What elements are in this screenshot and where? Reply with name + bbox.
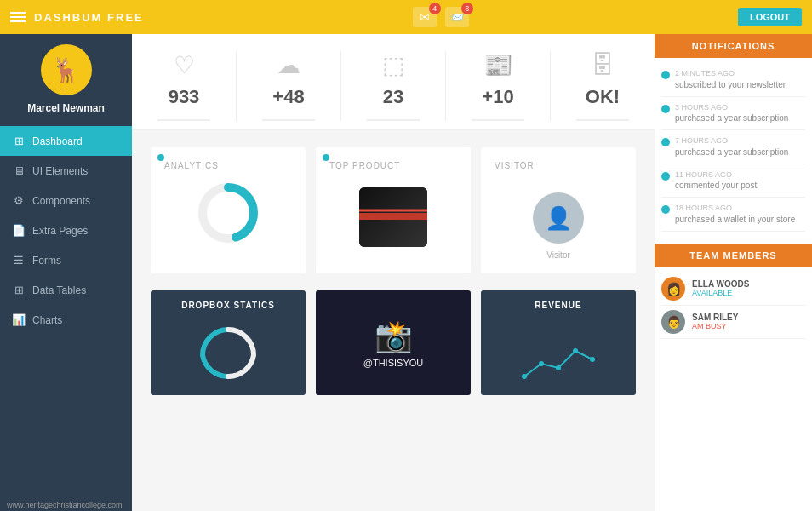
stat-divider bbox=[157, 119, 209, 121]
sidebar-item-charts[interactable]: 📊 Charts bbox=[0, 305, 132, 335]
widget-instagram: 📸 @THISISYOU bbox=[316, 290, 471, 395]
envelope-icon-wrap[interactable]: 📨 3 bbox=[445, 7, 469, 27]
team-info: ELLA WOODS AVAILABLE bbox=[692, 279, 805, 297]
notifications-list: 2 MINUTES AGO subscribed to your newslet… bbox=[655, 58, 812, 237]
widget-analytics: ANALYTICS bbox=[151, 147, 306, 273]
mail-badge: 4 bbox=[429, 3, 441, 14]
notif-text: 2 MINUTES AGO subscribed to your newslet… bbox=[675, 68, 786, 91]
notif-item: 7 HOURS AGO purchased a year subscriptio… bbox=[661, 130, 805, 164]
topbar-icons: ✉ 4 📨 3 bbox=[413, 7, 469, 27]
stat-likes-value: 933 bbox=[169, 86, 200, 108]
svg-point-3 bbox=[539, 361, 544, 366]
stat-divider bbox=[367, 119, 419, 121]
team-info: SAM RILEY AM BUSY bbox=[692, 313, 805, 330]
wallet-image bbox=[359, 187, 427, 247]
nav-list: ⊞ Dashboard 🖥 UI Elements ⚙ Components 📄… bbox=[0, 126, 132, 335]
notif-dot bbox=[661, 205, 670, 214]
logout-button[interactable]: LOGOUT bbox=[738, 8, 802, 26]
stat-inbox-value: 23 bbox=[383, 86, 403, 108]
widget-analytics-label: ANALYTICS bbox=[164, 161, 219, 170]
right-panel: NOTIFICATIONS 2 MINUTES AGO subscribed t… bbox=[655, 34, 812, 511]
notifications-header: NOTIFICATIONS bbox=[655, 34, 812, 58]
team-avatar: 👨 bbox=[661, 310, 685, 334]
main-layout: 🦌 Marcel Newman ⊞ Dashboard 🖥 UI Element… bbox=[0, 34, 812, 511]
analytics-dot bbox=[157, 154, 164, 161]
team-item: 👨 SAM RILEY AM BUSY bbox=[661, 306, 805, 339]
main-content: ♡ 933 ☁ +48 ⬚ 23 📰 +10 🗄 OK! bbox=[132, 34, 655, 511]
stat-likes: ♡ 933 bbox=[132, 51, 237, 121]
wallet-stripe-bright bbox=[359, 209, 427, 211]
instagram-handle: @THISISYOU bbox=[363, 358, 423, 368]
team-member-status: AVAILABLE bbox=[692, 289, 805, 297]
stat-news-value: +10 bbox=[482, 86, 513, 108]
sidebar-item-label: UI Elements bbox=[32, 165, 88, 177]
team-avatar: 👩 bbox=[661, 277, 685, 301]
notif-text: 11 HOURS AGO commented your post bbox=[675, 169, 757, 192]
dropbox-chart bbox=[161, 317, 295, 385]
instagram-icon: 📸 bbox=[375, 319, 413, 354]
team-member-status: AM BUSY bbox=[692, 322, 805, 330]
sidebar: 🦌 Marcel Newman ⊞ Dashboard 🖥 UI Element… bbox=[0, 34, 132, 511]
notif-dot bbox=[661, 138, 670, 146]
notif-item: 2 MINUTES AGO subscribed to your newslet… bbox=[661, 63, 805, 97]
notif-dot bbox=[661, 71, 670, 79]
pages-icon: 📄 bbox=[12, 224, 26, 237]
topbar: DASHBUM FREE ✉ 4 📨 3 LOGOUT bbox=[0, 0, 812, 34]
user-name: Marcel Newman bbox=[27, 102, 105, 114]
stat-divider bbox=[576, 119, 628, 121]
notif-item: 11 HOURS AGO commented your post bbox=[661, 164, 805, 198]
inbox-icon: ⬚ bbox=[382, 51, 404, 79]
sidebar-item-ui-elements[interactable]: 🖥 UI Elements bbox=[0, 156, 132, 186]
charts-icon: 📊 bbox=[12, 313, 26, 326]
notif-item: 3 HOURS AGO purchased a year subscriptio… bbox=[661, 97, 805, 131]
stats-row: ♡ 933 ☁ +48 ⬚ 23 📰 +10 🗄 OK! bbox=[132, 34, 655, 130]
stat-divider bbox=[472, 119, 523, 121]
sidebar-item-label: Charts bbox=[32, 314, 62, 326]
monitor-icon: 🖥 bbox=[12, 164, 26, 177]
sidebar-item-components[interactable]: ⚙ Components bbox=[0, 186, 132, 215]
dashboard-icon: ⊞ bbox=[12, 135, 26, 147]
notif-item: 18 HOURS AGO purchased a wallet in your … bbox=[661, 198, 805, 232]
sidebar-item-label: Extra Pages bbox=[32, 225, 88, 237]
forms-icon: ☰ bbox=[12, 254, 26, 267]
table-icon: ⊞ bbox=[12, 284, 26, 296]
dropbox-title: DROPBOX STATICS bbox=[161, 301, 295, 310]
notif-text: 3 HOURS AGO purchased a year subscriptio… bbox=[675, 102, 788, 125]
svg-point-4 bbox=[556, 365, 561, 370]
envelope-badge: 3 bbox=[461, 3, 473, 14]
mail-icon-wrap[interactable]: ✉ 4 bbox=[413, 7, 437, 27]
product-dot bbox=[323, 154, 329, 161]
sidebar-item-data-tables[interactable]: ⊞ Data Tables bbox=[0, 275, 132, 305]
sidebar-item-dashboard[interactable]: ⊞ Dashboard bbox=[0, 126, 132, 156]
donut-chart bbox=[194, 179, 262, 247]
deer-icon: 🦌 bbox=[51, 56, 81, 84]
topbar-right: LOGOUT bbox=[738, 8, 802, 26]
notif-dot bbox=[661, 172, 670, 181]
sidebar-item-forms[interactable]: ☰ Forms bbox=[0, 245, 132, 275]
sidebar-item-label: Dashboard bbox=[32, 135, 83, 147]
svg-point-6 bbox=[590, 357, 595, 362]
stat-news: 📰 +10 bbox=[446, 51, 551, 121]
visitor-label-text: Visitor bbox=[546, 250, 570, 260]
topbar-left: DASHBUM FREE bbox=[10, 11, 144, 24]
database-icon: 🗄 bbox=[591, 51, 615, 79]
components-icon: ⚙ bbox=[12, 194, 26, 207]
team-member-name: SAM RILEY bbox=[692, 313, 805, 322]
team-item: 👩 ELLA WOODS AVAILABLE bbox=[661, 273, 805, 306]
cloud-icon: ☁ bbox=[277, 51, 300, 79]
widget-revenue: REVENUE bbox=[481, 290, 636, 395]
widget-product-label: TOP PRODUCT bbox=[329, 161, 400, 170]
hamburger-menu[interactable] bbox=[10, 12, 26, 22]
widget-product: TOP PRODUCT bbox=[316, 147, 471, 273]
stat-cloud: ☁ +48 bbox=[237, 51, 341, 121]
bottom-row: DROPBOX STATICS 📸 @THISISYOU REVENUE bbox=[132, 290, 655, 409]
team-member-name: ELLA WOODS bbox=[692, 279, 805, 289]
footer-url: www.heritagechristiancollege.com bbox=[7, 501, 123, 509]
sidebar-item-extra-pages[interactable]: 📄 Extra Pages bbox=[0, 215, 132, 245]
team-list: 👩 ELLA WOODS AVAILABLE 👨 SAM RILEY AM BU… bbox=[655, 267, 812, 344]
stat-db: 🗄 OK! bbox=[551, 51, 655, 121]
stat-inbox: ⬚ 23 bbox=[341, 51, 446, 121]
widget-visitor-label: VISITOR bbox=[495, 161, 535, 170]
stat-db-value: OK! bbox=[586, 86, 620, 108]
notif-text: 7 HOURS AGO purchased a year subscriptio… bbox=[675, 135, 788, 158]
